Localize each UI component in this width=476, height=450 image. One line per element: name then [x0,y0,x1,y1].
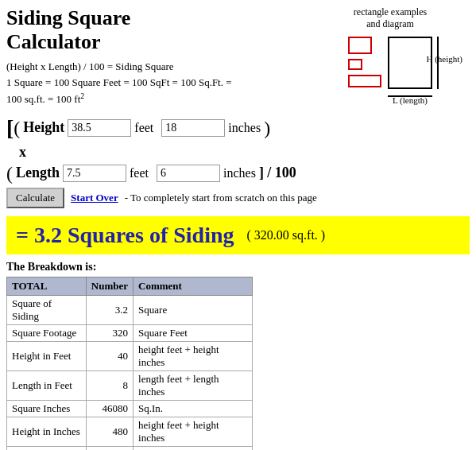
row-comment: Square [134,295,253,324]
open-bracket: [ [6,117,14,139]
breakdown-header-row: TOTAL Number Comment [7,277,253,295]
length-label: Length [16,165,60,181]
start-over-link[interactable]: Start Over [71,192,118,204]
table-row: Square of Siding3.2Square [7,295,253,324]
breakdown-table: TOTAL Number Comment Square of Siding3.2… [6,277,253,450]
row-comment: height feet + height inches [134,417,253,446]
inches-label-length: inches [223,166,256,180]
table-row: Height in Inches480height feet + height … [7,417,253,446]
open-paren-length: ( [6,164,13,183]
row-number: 480 [86,417,133,446]
table-row: Square Inches46080Sq.In. [7,400,253,417]
result-main-text: = 3.2 Squares of Siding [16,223,234,248]
calculate-button[interactable]: Calculate [6,188,64,208]
height-feet-input[interactable] [68,119,131,137]
height-inches-input[interactable] [161,119,225,137]
row-comment: height feet + height inches [134,341,253,370]
row-label: Square Inches [7,400,87,417]
row-label: Square Footage [7,324,87,341]
row-label: Length in Feet [7,370,87,400]
diagram-label2: and diagram [311,18,470,30]
table-row: Height in Feet40height feet + height inc… [7,341,253,370]
close-bracket-divide: ] / 100 [259,165,296,181]
breakdown-title: The Breakdown is: [6,261,470,273]
row-label: Length in Inches [7,446,87,450]
row-label: Square of Siding [7,295,87,324]
length-feet-input[interactable] [63,165,126,182]
col-header-total: TOTAL [7,277,87,295]
row-number: 3.2 [86,295,133,324]
rect-example-1 [348,37,372,54]
row-number: 320 [86,324,133,341]
h-label: H (height) [426,54,462,64]
height-label: Height [23,119,64,136]
table-row: Length in Feet8length feet + length inch… [7,370,253,400]
row-number: 96 [86,446,133,450]
length-inches-input[interactable] [157,165,220,182]
rect-example-2 [348,59,362,70]
row-number: 40 [86,341,133,370]
result-banner: = 3.2 Squares of Siding ( 320.00 sq.ft. … [6,216,470,254]
start-over-description: - To completely start from scratch on th… [125,192,317,204]
diagram-label: rectangle examples [311,6,470,18]
row-comment: Sq.In. [134,400,253,417]
inches-label-height: inches [228,121,261,135]
close-paren-height: ) [264,118,270,138]
h-arrow-line [437,37,439,89]
col-header-number: Number [86,277,133,295]
open-paren-height: ( [14,118,20,138]
feet-label-height: feet [134,121,153,135]
diagram-area: rectangle examples and diagram H (height… [311,6,470,92]
table-row: Length in Inches96length feet + length i… [7,446,253,450]
row-label: Height in Feet [7,341,87,370]
result-detail-text: ( 320.00 sq.ft. ) [247,228,326,242]
row-comment: length feet + length inches [134,370,253,400]
row-label: Height in Inches [7,417,87,446]
table-row: Square Footage320Square Feet [7,324,253,341]
row-number: 8 [86,370,133,400]
multiply-x: x [19,144,470,161]
row-comment: length feet + length inches [134,446,253,450]
col-header-comment: Comment [134,277,253,295]
feet-label-length: feet [130,166,149,180]
row-comment: Square Feet [134,324,253,341]
rect-example-3 [348,75,381,87]
row-number: 46080 [86,400,133,417]
l-arrow-line [388,95,432,97]
